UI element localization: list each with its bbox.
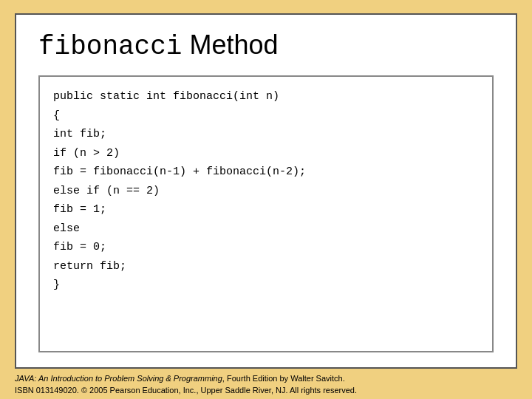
code-line-2: { bbox=[53, 106, 479, 126]
code-line-9: fib = 0; bbox=[53, 238, 479, 257]
title-code-part: fibonacci bbox=[38, 32, 182, 62]
slide-title: fibonacci Method bbox=[38, 30, 494, 62]
slide-container: fibonacci Method public static int fibon… bbox=[15, 13, 517, 369]
code-line-7: fib = 1; bbox=[53, 200, 479, 219]
title-text-part: Method bbox=[182, 30, 278, 60]
footer-text: JAVA: An Introduction to Problem Solving… bbox=[15, 373, 517, 396]
code-line-1: public static int fibonacci(int n) bbox=[53, 87, 479, 106]
code-line-3: int fib; bbox=[53, 125, 479, 144]
code-line-8: else bbox=[53, 219, 479, 239]
footer-line1: JAVA: An Introduction to Problem Solving… bbox=[15, 374, 345, 383]
code-line-10: return fib; bbox=[53, 257, 479, 276]
code-box: public static int fibonacci(int n) { int… bbox=[38, 75, 494, 352]
footer-book-title: JAVA: An Introduction to Problem Solving… bbox=[15, 374, 222, 383]
footer-line2: ISBN 013149020. © 2005 Pearson Education… bbox=[15, 386, 357, 395]
footer-area: JAVA: An Introduction to Problem Solving… bbox=[0, 369, 532, 399]
code-line-5: fib = fibonacci(n-1) + fibonacci(n-2); bbox=[53, 163, 479, 182]
code-line-6: else if (n == 2) bbox=[53, 182, 479, 201]
code-line-11: } bbox=[53, 276, 479, 295]
code-line-4: if (n > 2) bbox=[53, 144, 479, 163]
